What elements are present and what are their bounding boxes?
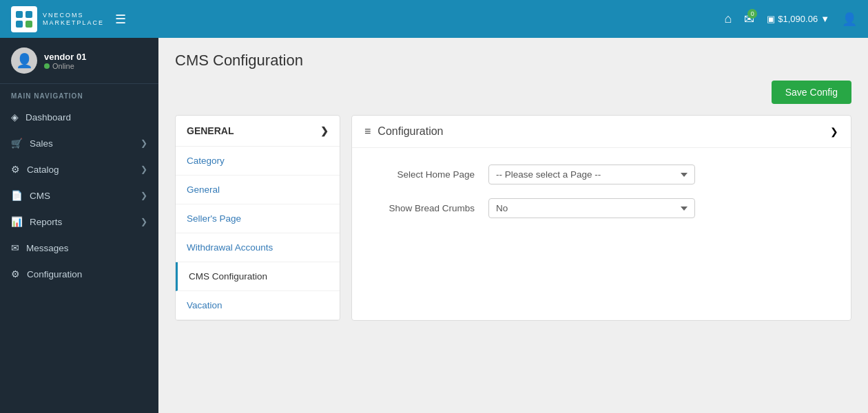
top-navigation: VNECOMS MARKETPLACE ☰ ⌂ ✉ 0 ▣ $1,090.06 … [0, 0, 868, 38]
sidebar: 👤 vendor 01 Online MAIN NAVIGATION ◈ Das… [0, 38, 158, 413]
balance-dropdown-icon: ▼ [820, 14, 829, 24]
chevron-right-icon: ❯ [141, 191, 147, 200]
chevron-right-icon: ❯ [141, 138, 147, 148]
sidebar-item-label: Configuration [27, 269, 82, 279]
sidebar-item-cms[interactable]: 📄 CMS ❯ [0, 182, 158, 209]
subnav-item-sellers-page[interactable]: Seller's Page [176, 204, 340, 233]
form-row-homepage: Select Home Page -- Please select a Page… [364, 165, 838, 184]
svg-rect-2 [16, 21, 23, 28]
user-status: Online [44, 62, 86, 70]
chevron-right-icon: ❯ [141, 165, 147, 174]
sidebar-item-label: CMS [30, 191, 50, 201]
sidebar-item-configuration[interactable]: ⚙ Configuration [0, 261, 158, 287]
user-menu-icon[interactable]: 👤 [842, 12, 857, 27]
left-panel: GENERAL ❯ Category General Seller's Page… [175, 115, 340, 321]
logo-area: VNECOMS MARKETPLACE [11, 6, 104, 32]
reports-icon: 📊 [11, 216, 23, 227]
mail-badge: 0 [747, 9, 757, 19]
sidebar-item-catalog[interactable]: ⚙ Catalog ❯ [0, 156, 158, 182]
cms-icon: 📄 [11, 190, 23, 201]
sidebar-user: 👤 vendor 01 Online [0, 38, 158, 84]
left-panel-header: GENERAL ❯ [176, 116, 340, 147]
chevron-down-icon: ❯ [320, 125, 329, 136]
messages-icon: ✉ [11, 242, 19, 253]
nav-section-label: MAIN NAVIGATION [0, 84, 158, 104]
sidebar-item-label: Catalog [27, 165, 59, 175]
svg-rect-3 [25, 21, 32, 28]
sidebar-item-dashboard[interactable]: ◈ Dashboard [0, 104, 158, 130]
select-home-page-dropdown[interactable]: -- Please select a Page -- [488, 165, 695, 184]
topnav-left: VNECOMS MARKETPLACE ☰ [11, 6, 126, 32]
menu-lines-icon: ≡ [364, 125, 371, 138]
right-panel-header: ≡ Configuration ❯ [352, 116, 851, 148]
sales-icon: 🛒 [11, 138, 23, 149]
mail-icon[interactable]: ✉ 0 [744, 12, 754, 27]
left-panel-title: GENERAL [187, 125, 234, 136]
dashboard-icon: ◈ [11, 112, 19, 123]
subnav-item-category[interactable]: Category [176, 147, 340, 176]
status-dot [44, 63, 50, 69]
select-home-page-label: Select Home Page [364, 169, 475, 180]
sidebar-item-messages[interactable]: ✉ Messages [0, 235, 158, 261]
show-bread-crumbs-label: Show Bread Crumbs [364, 203, 475, 213]
subnav-item-withdrawal-accounts[interactable]: Withdrawal Accounts [176, 233, 340, 262]
logo-icon [11, 6, 37, 32]
right-panel-title-text: Configuration [378, 125, 443, 138]
save-config-button[interactable]: Save Config [772, 81, 851, 104]
home-icon[interactable]: ⌂ [724, 12, 732, 26]
subnav-item-vacation[interactable]: Vacation [176, 291, 340, 320]
panels-row: GENERAL ❯ Category General Seller's Page… [175, 115, 851, 321]
svg-rect-0 [16, 11, 23, 18]
hamburger-button[interactable]: ☰ [115, 12, 126, 27]
show-bread-crumbs-dropdown[interactable]: No Yes [488, 198, 695, 218]
content-area: CMS Configuration Save Config GENERAL ❯ … [158, 38, 868, 413]
toolbar: Save Config [175, 81, 851, 104]
brand-name: VNECOMS MARKETPLACE [43, 12, 104, 27]
subnav-item-general[interactable]: General [176, 176, 340, 204]
sidebar-item-reports[interactable]: 📊 Reports ❯ [0, 209, 158, 235]
user-name: vendor 01 [44, 52, 86, 62]
sidebar-item-label: Dashboard [25, 112, 71, 123]
chevron-right-icon: ❯ [141, 217, 147, 226]
sidebar-item-sales[interactable]: 🛒 Sales ❯ [0, 130, 158, 156]
sidebar-item-label: Messages [26, 243, 69, 253]
main-layout: 👤 vendor 01 Online MAIN NAVIGATION ◈ Das… [0, 38, 868, 413]
sidebar-item-label: Reports [30, 217, 62, 227]
configuration-icon: ⚙ [11, 268, 20, 279]
panel-content: Select Home Page -- Please select a Page… [352, 148, 851, 248]
svg-rect-1 [25, 11, 32, 18]
form-row-breadcrumbs: Show Bread Crumbs No Yes [364, 198, 838, 218]
page-title: CMS Configuration [175, 52, 851, 70]
wallet-icon: ▣ [767, 14, 775, 24]
right-panel-collapse-icon[interactable]: ❯ [830, 126, 838, 137]
subnav-item-cms-configuration[interactable]: CMS Configuration [176, 262, 340, 291]
right-panel: ≡ Configuration ❯ Select Home Page -- Pl… [351, 115, 851, 321]
catalog-icon: ⚙ [11, 164, 20, 175]
sidebar-item-label: Sales [30, 138, 53, 149]
avatar: 👤 [11, 47, 37, 74]
topnav-right: ⌂ ✉ 0 ▣ $1,090.06 ▼ 👤 [724, 12, 857, 27]
balance-display[interactable]: ▣ $1,090.06 ▼ [767, 14, 829, 24]
user-info: vendor 01 Online [44, 52, 86, 70]
